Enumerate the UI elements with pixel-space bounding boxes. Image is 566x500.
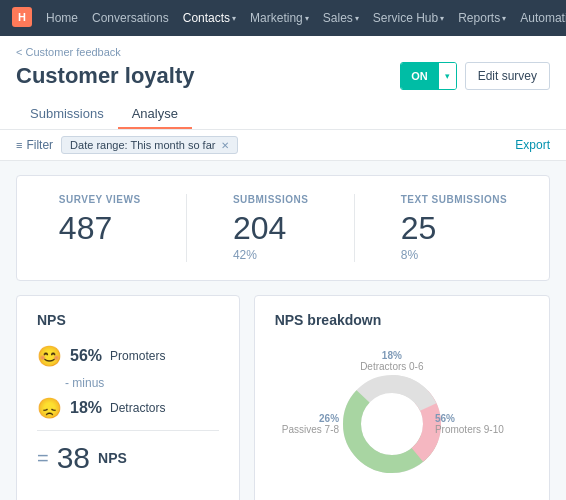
nps-detractors-row: 😞 18% Detractors: [37, 396, 219, 420]
status-toggle[interactable]: ON ▾: [400, 62, 457, 90]
nps-card: NPS 😊 56% Promoters - minus 😞 18% Detrac…: [16, 295, 240, 500]
nav-item-reports[interactable]: Reports ▾: [458, 11, 506, 25]
stat-survey-views-label: SURVEY VIEWS: [59, 194, 141, 205]
page-header: < Customer feedback Customer loyalty ON …: [0, 36, 566, 130]
donut-chart-wrapper: 18% Detractors 0-6 26% Passives 7-8 56% …: [332, 364, 452, 484]
tab-analyse[interactable]: Analyse: [118, 100, 192, 129]
promoters-chart-label: 56% Promoters 9-10: [435, 413, 504, 435]
sales-dropdown-icon: ▾: [355, 14, 359, 23]
nps-total-value: 38: [57, 441, 90, 475]
toggle-dropdown-icon[interactable]: ▾: [438, 63, 456, 89]
promoters-pct: 56%: [70, 347, 102, 365]
stats-card: SURVEY VIEWS 487 SUBMISSIONS 204 42% TEX…: [16, 175, 550, 281]
stat-submissions-label: SUBMISSIONS: [233, 194, 309, 205]
navbar: H Home Conversations Contacts ▾ Marketin…: [0, 0, 566, 36]
nav-item-contacts[interactable]: Contacts ▾: [183, 11, 236, 25]
filter-button[interactable]: ≡ Filter: [16, 138, 53, 152]
stat-text-submissions: TEXT SUBMISSIONS 25 8%: [401, 194, 507, 262]
nav-item-marketing[interactable]: Marketing ▾: [250, 11, 309, 25]
filter-close-icon[interactable]: ✕: [221, 140, 229, 151]
toggle-on-label[interactable]: ON: [401, 63, 438, 89]
marketing-dropdown-icon: ▾: [305, 14, 309, 23]
stat-submissions-sub: 42%: [233, 248, 309, 262]
stat-text-submissions-label: TEXT SUBMISSIONS: [401, 194, 507, 205]
service-hub-dropdown-icon: ▾: [440, 14, 444, 23]
svg-point-6: [364, 396, 420, 452]
stat-survey-views-value: 487: [59, 211, 141, 246]
stat-survey-views: SURVEY VIEWS 487: [59, 194, 141, 262]
stat-text-submissions-value: 25: [401, 211, 507, 246]
nav-item-service-hub[interactable]: Service Hub ▾: [373, 11, 444, 25]
svg-text:H: H: [18, 11, 26, 23]
nps-card-title: NPS: [37, 312, 219, 328]
detractors-label: Detractors: [110, 401, 165, 415]
nps-promoters-row: 😊 56% Promoters: [37, 344, 219, 368]
nav-item-conversations[interactable]: Conversations: [92, 11, 169, 25]
nps-equals-symbol: =: [37, 447, 49, 470]
promoters-label: Promoters: [110, 349, 165, 363]
page-title: Customer loyalty: [16, 63, 195, 89]
nav-item-automation[interactable]: Automation ▾: [520, 11, 566, 25]
contacts-dropdown-icon: ▾: [232, 14, 236, 23]
tab-submissions[interactable]: Submissions: [16, 100, 118, 129]
stat-submissions: SUBMISSIONS 204 42%: [233, 194, 309, 262]
bottom-row: NPS 😊 56% Promoters - minus 😞 18% Detrac…: [16, 295, 550, 500]
nav-item-home[interactable]: Home: [46, 11, 78, 25]
stat-text-submissions-sub: 8%: [401, 248, 507, 262]
donut-chart: [332, 364, 452, 484]
breakdown-card: NPS breakdown 18% Detractors 0-6 26% Pas…: [254, 295, 550, 500]
promoters-emoji: 😊: [37, 344, 62, 368]
edit-survey-button[interactable]: Edit survey: [465, 62, 550, 90]
header-actions: ON ▾ Edit survey: [400, 62, 550, 90]
stat-submissions-value: 204: [233, 211, 309, 246]
date-range-filter[interactable]: Date range: This month so far ✕: [61, 136, 238, 154]
breadcrumb[interactable]: < Customer feedback: [16, 46, 550, 58]
breakdown-card-title: NPS breakdown: [275, 312, 529, 328]
detractors-chart-label: 18% Detractors 0-6: [360, 350, 423, 372]
export-button[interactable]: Export: [515, 138, 550, 152]
nav-logo: H: [12, 7, 32, 30]
reports-dropdown-icon: ▾: [502, 14, 506, 23]
detractors-emoji: 😞: [37, 396, 62, 420]
nav-item-sales[interactable]: Sales ▾: [323, 11, 359, 25]
main-content: SURVEY VIEWS 487 SUBMISSIONS 204 42% TEX…: [0, 161, 566, 500]
toolbar: ≡ Filter Date range: This month so far ✕…: [0, 130, 566, 161]
nps-total-label: NPS: [98, 450, 127, 466]
nps-total-row: = 38 NPS: [37, 441, 219, 475]
filter-icon: ≡: [16, 139, 22, 151]
passives-chart-label: 26% Passives 7-8: [282, 413, 339, 435]
detractors-pct: 18%: [70, 399, 102, 417]
breakdown-content: 18% Detractors 0-6 26% Passives 7-8 56% …: [275, 344, 529, 494]
minus-label: - minus: [65, 376, 219, 390]
page-tabs: Submissions Analyse: [16, 100, 550, 129]
